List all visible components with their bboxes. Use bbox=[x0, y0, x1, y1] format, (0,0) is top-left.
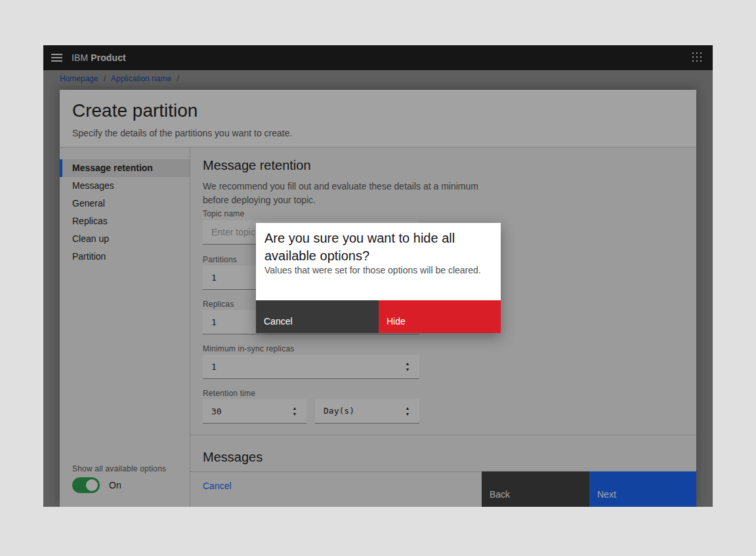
dialog-cancel-button[interactable]: Cancel bbox=[256, 300, 379, 333]
desktop-background: IBM Product Homepage / Application name … bbox=[0, 0, 756, 556]
dialog-title-line: available options? bbox=[264, 247, 491, 265]
dialog-title: Are you sure you want to hide all availa… bbox=[264, 229, 491, 265]
dialog-hide-button[interactable]: Hide bbox=[379, 300, 501, 333]
dialog-actions: Cancel Hide bbox=[256, 300, 501, 333]
dialog-title-line: Are you sure you want to hide all bbox=[264, 229, 491, 247]
hide-options-confirmation-dialog: Are you sure you want to hide all availa… bbox=[256, 223, 501, 333]
app-window: IBM Product Homepage / Application name … bbox=[43, 45, 713, 507]
dialog-body-text: Values that were set for those options w… bbox=[264, 265, 491, 275]
